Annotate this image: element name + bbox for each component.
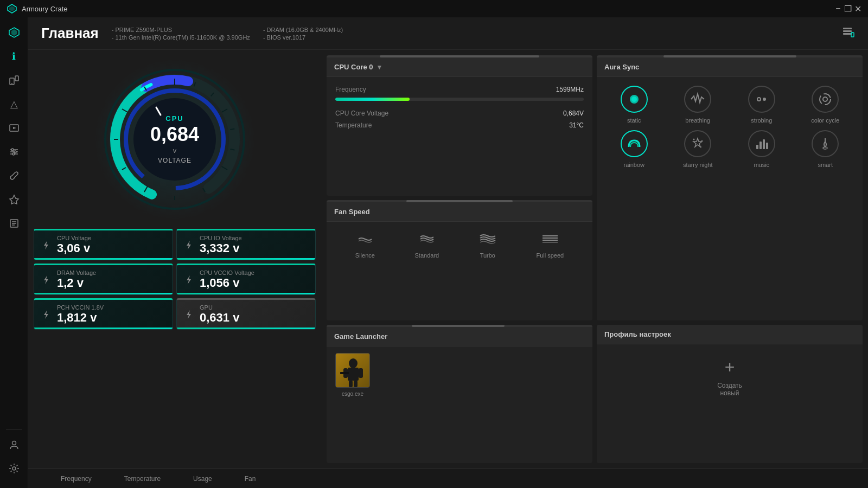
sidebar-item-devices[interactable] (3, 69, 25, 91)
sidebar-item-profile[interactable] (3, 434, 25, 455)
cpu-scrollbar-thumb (380, 55, 539, 57)
fan-panel-header: Fan Speed (327, 202, 592, 222)
fan-panel-title: Fan Speed (334, 208, 370, 216)
sidebar-item-tuning[interactable] (3, 141, 25, 163)
svg-marker-1 (9, 6, 15, 11)
sidebar-item-info[interactable]: ℹ (3, 46, 25, 67)
aura-static-icon (621, 86, 648, 113)
lightning-icon-2 (183, 240, 194, 251)
sidebar-item-media[interactable] (3, 117, 25, 139)
sidebar-item-pin[interactable] (3, 189, 25, 210)
svg-rect-80 (349, 381, 353, 387)
voltage-info-4: CPU VCCIO Voltage 1,056 v (200, 269, 254, 290)
aura-breathing-icon (684, 86, 711, 113)
bottom-bar: Frequency Temperature Usage Fan (28, 468, 868, 488)
aura-starry-night-icon (684, 130, 711, 157)
fan-turbo[interactable]: Turbo (479, 230, 496, 259)
aura-panel-body: static breathing (597, 77, 863, 177)
svg-rect-21 (843, 28, 852, 29)
header: Главная - PRIME Z590M-PLUS - 11th Gen In… (28, 17, 868, 50)
cpu-panel: CPU Core 0 ▼ Frequency 1599MHz CPU Core … (327, 55, 592, 196)
aura-rainbow-icon (621, 130, 648, 157)
minimize-button[interactable]: − (834, 5, 842, 12)
maximize-button[interactable]: ❐ (844, 5, 852, 12)
fan-standard[interactable]: Standard (415, 230, 439, 259)
temp-row: Temperature 31°C (335, 121, 584, 129)
voltage-card-pch: PCH VCCIN 1.8V 1,812 v (34, 298, 173, 330)
frequency-row: Frequency 1599MHz (335, 86, 584, 93)
fan-full-speed[interactable]: Full speed (536, 230, 564, 259)
voltage-card-dram: DRAM Voltage 1,2 v (34, 264, 173, 295)
frequency-label: Frequency (335, 86, 366, 93)
svg-marker-52 (44, 310, 48, 319)
aura-strobing-icon (748, 86, 775, 113)
game-scrollbar-thumb (412, 325, 505, 327)
game-item-csgo[interactable]: csgo.exe (333, 353, 372, 397)
dashboard: CPU 0,684 v VOLTAGE CPU Vol (28, 50, 868, 468)
aura-color-cycle-icon (812, 86, 839, 113)
fan-turbo-label: Turbo (480, 252, 495, 259)
voltage-name-1: CPU Voltage (57, 235, 91, 241)
header-right (842, 25, 855, 41)
voltage-name-3: DRAM Voltage (57, 269, 96, 276)
tab-frequency[interactable]: Frequency (61, 475, 92, 483)
header-bios: - BIOS ver.1017 (263, 34, 343, 41)
voltage-info-1: CPU Voltage 3,06 v (57, 235, 91, 255)
aura-strobing-label: strobing (751, 117, 772, 124)
voltage-grid: CPU Voltage 3,06 v CPU IO Voltage 3,332 … (34, 229, 316, 330)
voltage-row: CPU Core Voltage 0,684V (335, 110, 584, 117)
aura-effect-breathing[interactable]: breathing (669, 86, 727, 124)
create-profile-button[interactable]: + Создатьновый (717, 357, 742, 397)
svg-marker-50 (44, 275, 48, 284)
aura-effect-static[interactable]: static (605, 86, 663, 124)
tab-usage[interactable]: Usage (193, 475, 212, 483)
frequency-progress-bar (335, 98, 584, 101)
fan-full-speed-label: Full speed (536, 252, 564, 259)
voltage-card-cpu: CPU Voltage 3,06 v (34, 229, 173, 260)
sidebar-item-history[interactable] (3, 213, 25, 234)
fan-panel: Fan Speed Silence (327, 200, 592, 321)
svg-rect-22 (843, 30, 852, 32)
voltage-label: CPU Core Voltage (335, 110, 388, 117)
svg-rect-81 (354, 381, 358, 387)
voltage-value: 0,684V (563, 110, 584, 117)
cpu-dropdown-arrow[interactable]: ▼ (376, 63, 383, 71)
edit-icon[interactable] (842, 25, 855, 41)
svg-point-61 (693, 139, 695, 140)
aura-effect-starry-night[interactable]: starry night (669, 130, 727, 168)
sidebar-item-tools[interactable] (3, 165, 25, 187)
voltage-card-gpu: GPU 0,631 v (176, 298, 316, 330)
csgo-canvas (336, 354, 370, 388)
fan-silence[interactable]: Silence (355, 230, 375, 259)
sidebar-item-settings[interactable] (3, 458, 25, 479)
svg-rect-82 (340, 372, 349, 374)
game-panel-body: csgo.exe (327, 346, 592, 403)
aura-effect-music[interactable]: music (733, 130, 790, 168)
voltage-info-6: GPU 0,631 v (200, 304, 239, 325)
sidebar-item-alerts[interactable]: △ (3, 93, 25, 115)
header-cpu: - 11th Gen Intel(R) Core(TM) i5-11600K @… (112, 34, 250, 41)
aura-effect-color-cycle[interactable]: color cycle (797, 86, 854, 124)
titlebar-left: Armoury Crate (7, 3, 68, 14)
svg-marker-49 (187, 241, 191, 249)
close-button[interactable]: ✕ (854, 5, 861, 12)
sidebar-item-logo[interactable] (3, 22, 25, 43)
fan-panel-scrollbar (327, 200, 592, 202)
cpu-panel-scrollbar (327, 55, 592, 57)
aura-panel-scrollbar (597, 55, 863, 57)
tab-temperature[interactable]: Temperature (124, 475, 161, 483)
fan-turbo-icon (479, 230, 496, 248)
right-panels: CPU Core 0 ▼ Frequency 1599MHz CPU Core … (321, 50, 868, 468)
aura-effect-rainbow[interactable]: rainbow (605, 130, 663, 168)
svg-rect-79 (359, 368, 363, 378)
svg-rect-23 (843, 33, 852, 35)
lightning-icon-6 (183, 309, 194, 320)
gauge-value: 0,684 (150, 125, 199, 144)
header-dram: - DRAM (16.0GB & 2400MHz) (263, 27, 343, 33)
voltage-val-1: 3,06 v (57, 241, 91, 255)
aura-smart-icon (812, 130, 839, 157)
tab-fan[interactable]: Fan (245, 475, 256, 483)
aura-effect-strobing[interactable]: strobing (733, 86, 790, 124)
frequency-progress-fill (335, 98, 410, 101)
aura-effect-smart[interactable]: smart (797, 130, 854, 168)
